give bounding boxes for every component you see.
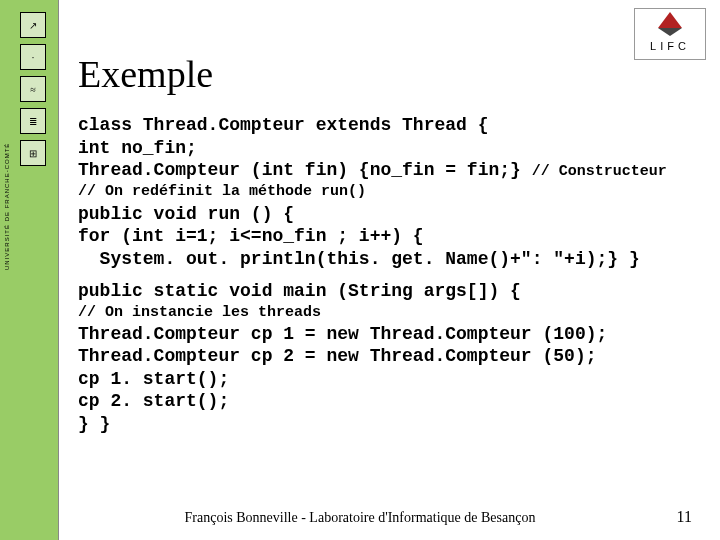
side-icon-4: ≣ — [20, 108, 46, 134]
code-line: for (int i=1; i<=no_fin ; i++) { — [78, 225, 710, 248]
side-icon-5: ⊞ — [20, 140, 46, 166]
code-line: Thread.Compteur (int fin) {no_fin = fin;… — [78, 159, 710, 182]
slide-content: Exemple class Thread.Compteur extends Th… — [78, 0, 710, 435]
code-line: cp 2. start(); — [78, 390, 710, 413]
code-line: System. out. println(this. get. Name()+"… — [78, 248, 710, 271]
code-line: int no_fin; — [78, 137, 710, 160]
code-line: Thread.Compteur cp 1 = new Thread.Compte… — [78, 323, 710, 346]
slide-title: Exemple — [78, 52, 710, 96]
code-line: cp 1. start(); — [78, 368, 710, 391]
side-icon-3: ≈ — [20, 76, 46, 102]
sidebar-icons: ↗ · ≈ ≣ ⊞ — [20, 12, 46, 166]
page-number: 11 — [677, 508, 692, 526]
footer-author: François Bonneville - Laboratoire d'Info… — [0, 510, 720, 526]
sidebar: UNIVERSITÉ DE FRANCHE-COMTÉ ↗ · ≈ ≣ ⊞ — [0, 0, 59, 540]
code-comment: // On instancie les threads — [78, 303, 710, 323]
code-segment: Thread.Compteur (int fin) {no_fin = fin;… — [78, 160, 532, 180]
side-icon-1: ↗ — [20, 12, 46, 38]
code-line: } } — [78, 413, 710, 436]
side-icon-2: · — [20, 44, 46, 70]
institution-label: UNIVERSITÉ DE FRANCHE-COMTÉ — [4, 143, 10, 270]
code-comment: // Constructeur — [532, 163, 667, 180]
code-line: public void run () { — [78, 203, 710, 226]
code-comment: // On redéfinit la méthode run() — [78, 182, 710, 202]
code-line: Thread.Compteur cp 2 = new Thread.Compte… — [78, 345, 710, 368]
code-line: class Thread.Compteur extends Thread { — [78, 114, 710, 137]
code-line: public static void main (String args[]) … — [78, 280, 710, 303]
